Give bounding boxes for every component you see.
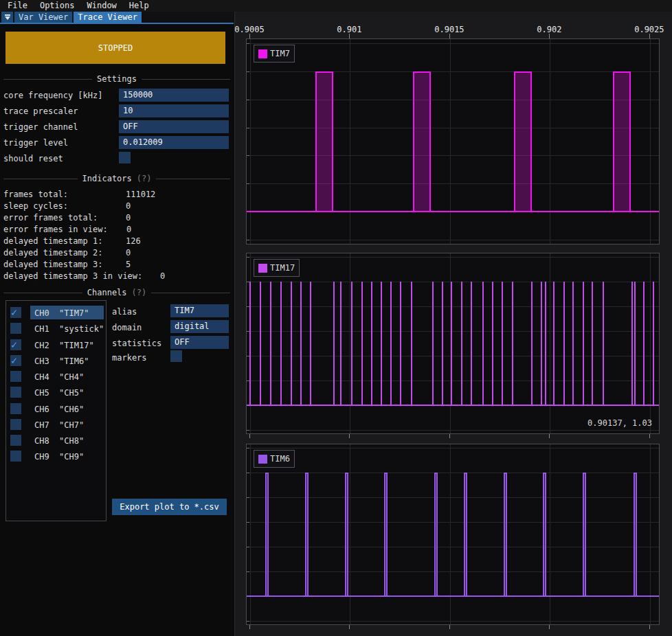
gridline-vertical — [650, 39, 651, 245]
signal-pulse — [514, 71, 532, 212]
signal-baseline — [247, 211, 660, 212]
gridline-vertical — [650, 253, 651, 434]
channel-checkbox-ch8[interactable] — [10, 435, 21, 446]
signal-pulse — [260, 282, 261, 406]
x-axis-tick — [349, 34, 350, 38]
signal-pulse — [659, 473, 660, 597]
channel-item-ch9[interactable]: CH9 "CH9" — [34, 452, 84, 462]
x-axis-label-0.9025: 0.9025 — [634, 25, 664, 34]
y-axis-tick — [247, 257, 249, 258]
channel-checkbox-ch1[interactable] — [10, 323, 21, 334]
core-frequency-khz-input[interactable]: 150000 — [119, 89, 229, 102]
y-axis-tick — [247, 128, 249, 128]
gridline-horizontal — [247, 240, 660, 240]
signal-pulse — [361, 282, 363, 406]
signal-pulse — [504, 473, 507, 597]
channel-checkbox-ch0[interactable] — [10, 307, 21, 318]
indicator-value-delayed-timestamp-3-in-view: 0 — [160, 271, 165, 281]
x-axis-label-0.9005: 0.9005 — [234, 25, 264, 34]
channel-checkbox-ch2[interactable] — [10, 339, 21, 350]
x-axis-tick — [549, 625, 550, 629]
channel-item-ch1[interactable]: CH1 "systick" — [34, 324, 104, 334]
y-axis-tick — [247, 473, 249, 473]
signal-pulse — [315, 71, 333, 212]
signal-pulse — [371, 282, 372, 406]
legend-label-tim17: TIM17 — [270, 263, 295, 273]
trigger-channel-input[interactable]: OFF — [119, 120, 229, 133]
legend-tim6[interactable]: TIM6 — [254, 450, 295, 468]
plot-tim6[interactable]: TIM6 — [246, 444, 660, 625]
signal-pulse — [634, 282, 636, 406]
gridline-horizontal — [247, 128, 660, 128]
channel-checkbox-ch7[interactable] — [10, 419, 21, 430]
signal-pulse — [613, 71, 631, 212]
channel-item-ch0[interactable]: CH0 "TIM7" — [34, 308, 89, 318]
indicator-label-delayed-timestamp-3-in-view: delayed timestamp 3 in view: — [3, 271, 142, 281]
channel-checkbox-ch6[interactable] — [10, 403, 21, 414]
signal-pulse — [411, 282, 412, 406]
signal-pulse — [583, 282, 584, 406]
channel-checkbox-ch9[interactable] — [10, 451, 21, 462]
plot-tim7[interactable]: TIM7 — [246, 38, 660, 245]
signal-pulse — [442, 282, 443, 406]
channel-item-ch4[interactable]: CH4 "CH4" — [34, 372, 84, 382]
channel-item-ch5[interactable]: CH5 "CH5" — [34, 388, 84, 398]
channel-item-ch6[interactable]: CH6 "CH6" — [34, 405, 84, 414]
gridline-horizontal — [247, 497, 660, 498]
gridline-horizontal — [247, 155, 660, 156]
legend-swatch-tim7 — [258, 49, 267, 58]
channel-item-ch3[interactable]: CH3 "TIM6" — [34, 356, 89, 366]
legend-tim7[interactable]: TIM7 — [254, 45, 295, 63]
y-axis-tick — [247, 621, 249, 622]
legend-tim17[interactable]: TIM17 — [254, 259, 300, 277]
indicator-value-error-frames-total: 0 — [126, 213, 131, 223]
signal-pulse — [634, 473, 637, 597]
gridline-vertical — [550, 39, 550, 245]
channel-checkbox-ch5[interactable] — [10, 387, 21, 398]
x-axis-tick — [249, 34, 250, 38]
signal-baseline — [247, 595, 660, 597]
gridline-horizontal — [247, 282, 660, 282]
gridline-horizontal — [247, 257, 660, 258]
signal-pulse — [541, 282, 542, 406]
gridline-horizontal — [247, 71, 660, 72]
channel-checkbox-ch4[interactable] — [10, 371, 21, 382]
app-window: FileOptionsWindowHelp Var ViewerTrace Vi… — [0, 0, 672, 636]
signal-pulse — [432, 282, 434, 406]
indicator-label-delayed-timestamp-1: delayed timestamp 1: — [3, 236, 103, 246]
channel-item-ch2[interactable]: CH2 "TIM17" — [34, 341, 94, 350]
trigger-level-label: trigger level — [3, 138, 68, 148]
trace-prescaler-label: trace prescaler — [3, 106, 78, 116]
y-axis-tick — [247, 155, 249, 156]
channel-item-ch7[interactable]: CH7 "CH7" — [34, 420, 84, 430]
channel-item-ch8[interactable]: CH8 "CH8" — [34, 436, 84, 446]
signal-pulse — [333, 282, 335, 406]
trace-prescaler-input[interactable]: 10 — [119, 104, 229, 117]
signal-pulse — [305, 473, 309, 597]
indicator-value-delayed-timestamp-1: 126 — [126, 236, 141, 246]
x-axis-tick — [549, 434, 550, 438]
y-axis-tick — [247, 571, 249, 572]
indicator-value-delayed-timestamp-3: 5 — [126, 260, 131, 269]
signal-pulse — [345, 473, 348, 597]
gridline-horizontal — [247, 547, 660, 547]
plot-tim17[interactable]: TIM170.90137, 1.03 — [246, 253, 660, 434]
signal-pulse — [471, 282, 472, 406]
gridline-horizontal — [247, 356, 660, 356]
dynamic-content: core frequency [kHz]150000trace prescale… — [0, 0, 672, 636]
y-axis-tick — [247, 497, 249, 498]
x-axis-tick — [449, 34, 450, 38]
gridline-horizontal — [247, 621, 660, 622]
trigger-level-input[interactable]: 0.012009 — [119, 136, 229, 149]
signal-pulse — [531, 282, 533, 406]
signal-pulse — [512, 282, 513, 406]
y-axis-tick — [247, 547, 249, 547]
y-axis-tick — [247, 522, 249, 523]
gridline-vertical — [650, 444, 651, 625]
y-axis-tick — [247, 430, 249, 431]
channel-checkbox-ch3[interactable] — [10, 355, 21, 366]
signal-pulse — [464, 473, 467, 597]
signal-pulse — [270, 282, 271, 406]
signal-pulse — [280, 282, 282, 406]
gridline-horizontal — [247, 306, 660, 307]
